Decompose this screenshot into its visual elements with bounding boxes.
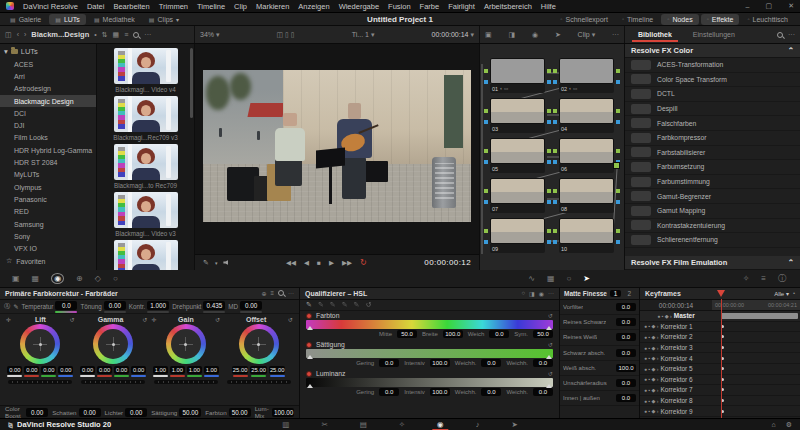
- gamma-wheel[interactable]: Gamma↺ 0.00 0.00 0.00 0.00: [77, 316, 150, 405]
- header-timecode-dropdown[interactable]: 00:00:00:14 ▾: [432, 31, 474, 39]
- menu-item[interactable]: Trimmen: [159, 2, 188, 11]
- more-options-icon[interactable]: ···: [548, 290, 554, 297]
- node-input-key[interactable]: [484, 160, 488, 164]
- lut-thumbnail[interactable]: Blackmagi...Rec709 v3: [97, 96, 194, 141]
- keyframe-track-row[interactable]: ● ▪ ◆ › Korrektor 7: [640, 385, 800, 396]
- reset-icon[interactable]: ↺: [142, 316, 147, 323]
- reset-icon[interactable]: ↺: [288, 316, 293, 323]
- keyframe-track-row[interactable]: ● ▪ ◆ › Korrektor 6: [640, 375, 800, 386]
- home-icon[interactable]: ⌂: [771, 421, 775, 429]
- keyframe-track[interactable]: [712, 322, 800, 332]
- node-input-rgb[interactable]: [484, 229, 488, 233]
- node-graph-output[interactable]: [613, 162, 620, 169]
- window-maximize-button[interactable]: ▢: [766, 2, 773, 10]
- offset-wheel[interactable]: Offset↺ 25.00 25.00 25.00: [222, 316, 295, 405]
- search-icon[interactable]: [777, 32, 783, 38]
- matte-tab-1[interactable]: 1: [610, 290, 622, 297]
- node-input-rgb[interactable]: [484, 109, 488, 113]
- camera-icon[interactable]: ▣: [485, 31, 492, 39]
- node-graph[interactable]: 01 ◐ ▭ 02 ◐ ▭: [480, 44, 625, 270]
- page-switch-icon[interactable]: ▥: [279, 420, 292, 429]
- track-icons[interactable]: ● ▪ ◆ ›: [644, 334, 658, 340]
- node-input-key[interactable]: [553, 160, 557, 164]
- fx-list-item[interactable]: Farbumsetzung: [625, 160, 800, 175]
- lut-folder-item[interactable]: DJI: [0, 119, 96, 131]
- matte-icon[interactable]: ◨: [529, 290, 535, 297]
- color-node[interactable]: 10 ◐ ▭: [559, 218, 614, 253]
- page-switch-icon[interactable]: ▤: [357, 420, 370, 429]
- fx-list-item[interactable]: Farbumstimmung: [625, 175, 800, 190]
- param-temperature[interactable]: Temperatur 0.0: [22, 301, 78, 313]
- keyframe-track[interactable]: [712, 375, 800, 385]
- node-input-key[interactable]: [484, 200, 488, 204]
- fx-list-item[interactable]: ACES-Transformation: [625, 58, 800, 73]
- picker-add-icon[interactable]: ✎: [318, 301, 324, 309]
- sat-low-value[interactable]: 0.0: [379, 359, 399, 367]
- color-node[interactable]: 05 ◐ ▭: [490, 138, 545, 173]
- lut-folder-item[interactable]: MyLUTs: [0, 169, 96, 181]
- page-switch-icon[interactable]: ♪: [473, 420, 483, 429]
- color-node[interactable]: 03 ◐ ▭: [490, 98, 545, 133]
- back-icon[interactable]: ‹: [17, 31, 19, 38]
- lut-folder-item[interactable]: Panasonic: [0, 193, 96, 205]
- white-picker-icon[interactable]: ✎: [13, 303, 18, 310]
- node-input-key[interactable]: [484, 120, 488, 124]
- page-switch-icon[interactable]: ✂: [318, 420, 330, 429]
- reset-icon[interactable]: ↺: [70, 316, 75, 323]
- node-output-key[interactable]: [547, 80, 551, 84]
- settings-gear-icon[interactable]: ⚙: [786, 421, 792, 429]
- color-node[interactable]: 07 ◐ ▭: [490, 178, 545, 213]
- window-minimize-button[interactable]: –: [746, 3, 750, 10]
- menu-item[interactable]: Bearbeiten: [113, 2, 149, 11]
- lut-folder-item[interactable]: Blackmagic Design: [0, 95, 96, 107]
- matte-tab-2[interactable]: 2: [623, 290, 635, 297]
- saturation-gradient-slider[interactable]: [306, 349, 553, 358]
- workspace-toggle-button[interactable]: ◦ Nodes: [661, 14, 698, 25]
- node-output-rgb[interactable]: [547, 69, 551, 73]
- matte-param-row[interactable]: Weiß absch. 100.0: [560, 361, 639, 376]
- reset-icon[interactable]: ↺: [548, 370, 553, 377]
- fx-list-item[interactable]: DCTL: [625, 87, 800, 102]
- scrollbar[interactable]: [190, 48, 193, 118]
- hue-gradient-slider[interactable]: [306, 320, 553, 329]
- menu-item[interactable]: Timeline: [197, 2, 225, 11]
- node-input-rgb[interactable]: [553, 149, 557, 153]
- keyframe-track-row[interactable]: ● ▪ ◆ › Korrektor 5: [640, 364, 800, 375]
- track-icons[interactable]: ● ▪ ◆ ›: [644, 398, 658, 404]
- rgb-mixer-icon[interactable]: ◇: [95, 274, 101, 283]
- forward-icon[interactable]: ›: [24, 31, 26, 38]
- keyframe-filter-dropdown[interactable]: Alle ▾: [774, 290, 789, 297]
- footer-param[interactable]: Lum-Mix 100.00: [255, 405, 294, 419]
- color-node[interactable]: 09 ◐ ▭: [490, 218, 545, 253]
- search-icon[interactable]: [133, 32, 139, 38]
- step-back-button[interactable]: ◀: [304, 259, 309, 267]
- luminance-gradient-slider[interactable]: [306, 378, 553, 387]
- fx-list-item[interactable]: Falschfarben: [625, 116, 800, 131]
- lut-folder-item[interactable]: DCI: [0, 107, 96, 119]
- fx-list-item[interactable]: Gamut-Begrenzer: [625, 189, 800, 204]
- video-frame[interactable]: [203, 70, 471, 222]
- node-output-rgb[interactable]: [547, 189, 551, 193]
- tab-bibliothek[interactable]: Bibliothek: [630, 29, 680, 41]
- lut-thumbnail[interactable]: Blackmagi... Video v4: [97, 240, 194, 270]
- node-output-rgb[interactable]: [616, 109, 620, 113]
- node-output-key[interactable]: [616, 200, 620, 204]
- hue-center-value[interactable]: 50.0: [397, 330, 417, 338]
- keyframes-ruler[interactable]: 00:00:00:00 00:00:04:21: [712, 300, 800, 310]
- sizing-icon[interactable]: ▦: [32, 274, 40, 283]
- workspace-toggle-button[interactable]: ◦ Timeline: [616, 14, 659, 25]
- footer-param[interactable]: Schatten 0.00: [52, 408, 100, 417]
- color-node[interactable]: 01 ◐ ▭: [490, 58, 545, 93]
- footer-param[interactable]: Sättigung 50.00: [151, 408, 201, 417]
- param-tint[interactable]: Tönung 0.00: [80, 301, 125, 313]
- sat-enable-toggle[interactable]: [306, 342, 312, 348]
- matte-param-row[interactable]: Unschärferadius 0.0: [560, 376, 639, 391]
- footer-param[interactable]: Lichter 0.00: [105, 408, 148, 417]
- fx-list-item[interactable]: Kontrastakzentuierung: [625, 219, 800, 234]
- keyframe-track-row[interactable]: ● ▪ ◆ › Master: [640, 311, 800, 322]
- menu-item[interactable]: Wiedergabe: [339, 2, 379, 11]
- qualifier-picker-icon[interactable]: ➤: [583, 274, 590, 283]
- library-section-header[interactable]: Resolve FX Color ⌃: [625, 44, 800, 58]
- hdr-wheels-icon[interactable]: ⊕: [76, 274, 83, 283]
- invert-icon[interactable]: ◉: [539, 290, 544, 297]
